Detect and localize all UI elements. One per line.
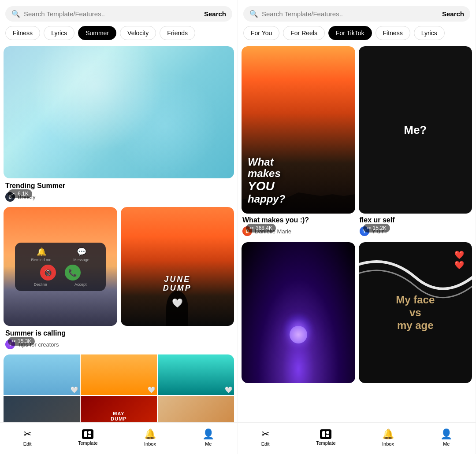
left-panel: 🔍 Search Fitness Lyrics Summer Velocity … (0, 0, 238, 454)
card-what-makes-you[interactable]: WhatmakesYOUhappy? ✂368.4K What makes yo… (242, 46, 355, 237)
left-content: ✂6.1K Trending Summer B Breezy (0, 44, 238, 422)
nav-edit-right[interactable]: ✂ Edit (261, 428, 270, 447)
left-search-button[interactable]: Search (204, 10, 226, 18)
use-count-flex-ur-self: ✂15.2K (363, 224, 390, 233)
nav-label-inbox-left: Inbox (144, 441, 156, 447)
use-count-summer-calling: ✂15.3K (8, 337, 35, 346)
june-dump-text: JUNEDUMP (163, 275, 192, 293)
svg-rect-2 (88, 435, 91, 437)
may-dump-text-overlay: MAYDUMP (111, 411, 126, 421)
right-search-button[interactable]: Search (442, 10, 464, 18)
tab-for-tiktok-right[interactable]: For TikTok (328, 26, 372, 40)
bell-icon-left: 🔔 (144, 428, 156, 440)
tab-velocity-left[interactable]: Velocity (120, 26, 156, 40)
nav-label-template-left: Template (78, 440, 98, 446)
tab-lyrics-right[interactable]: Lyrics (414, 26, 445, 40)
bottom-row-right: ❤️❤️ My facevsmy age (242, 242, 472, 383)
collage-cell-4 (4, 396, 80, 422)
card-title-what-makes-you: What makes you :)? (242, 216, 354, 224)
svg-rect-3 (322, 431, 325, 437)
search-icon: 🔍 (11, 10, 20, 18)
hearts-overlay: ❤️❤️ (454, 250, 464, 271)
use-count-trending-summer: ✂6.1K (8, 189, 32, 198)
nav-label-me-right: Me (443, 441, 450, 447)
what-makes-you-text: WhatmakesYOUhappy? (248, 156, 285, 205)
nav-template-left[interactable]: Template (78, 429, 98, 446)
svg-rect-0 (84, 431, 87, 437)
left-search-bar: 🔍 Search (5, 6, 232, 22)
nav-me-left[interactable]: 👤 Me (202, 428, 214, 447)
nav-label-edit-right: Edit (261, 441, 270, 447)
card-my-face[interactable]: ❤️❤️ My facevsmy age (359, 242, 472, 383)
card-title-summer-calling: Summer is calling (5, 329, 115, 337)
use-count-what-makes-you: ✂368.4K (246, 224, 276, 233)
collage-cell-3: 🤍 (158, 354, 234, 395)
template-icon-right (320, 429, 331, 439)
top-row-right: WhatmakesYOUhappy? ✂368.4K What makes yo… (242, 46, 472, 237)
tab-fitness-right[interactable]: Fitness (376, 26, 410, 40)
tab-summer-left[interactable]: Summer (78, 26, 116, 40)
left-tabs-row: Fitness Lyrics Summer Velocity Friends (0, 26, 238, 44)
me-text: Me? (404, 123, 427, 137)
search-icon-right: 🔍 (249, 10, 258, 18)
nav-template-right[interactable]: Template (316, 429, 336, 446)
svg-rect-5 (326, 435, 329, 437)
bell-icon-right: 🔔 (382, 428, 394, 440)
tab-for-reels-right[interactable]: For Reels (283, 26, 325, 40)
left-bottom-nav: ✂ Edit Template 🔔 Inbox 👤 Me (0, 422, 238, 454)
nav-me-right[interactable]: 👤 Me (440, 428, 452, 447)
template-icon-left (82, 429, 93, 439)
nav-edit-left[interactable]: ✂ Edit (23, 428, 32, 447)
right-search-bar: 🔍 Search (243, 6, 470, 22)
card-title-trending-summer: Trending Summer (5, 182, 232, 190)
right-bottom-nav: ✂ Edit Template 🔔 Inbox 👤 Me (238, 422, 476, 454)
right-search-input[interactable] (262, 10, 439, 18)
card-info-trending-summer: Trending Summer B Breezy (4, 178, 234, 203)
svg-rect-1 (88, 431, 91, 434)
tab-fitness-left[interactable]: Fitness (5, 26, 40, 40)
nav-label-template-right: Template (316, 440, 336, 446)
card-author-trending-summer: B Breezy (5, 192, 232, 202)
tab-lyrics-left[interactable]: Lyrics (44, 26, 74, 40)
right-panel: 🔍 Search For You For Reels For TikTok Fi… (238, 0, 476, 454)
card-flex-ur-self[interactable]: Me? ✂15.2K flex ur self Y Y u r i (359, 46, 472, 237)
right-tabs-row: For You For Reels For TikTok Fitness Lyr… (238, 26, 476, 44)
person-icon-right: 👤 (440, 428, 452, 440)
collage-grid: 🤍 🤍 🤍 MAYDUMP (4, 354, 234, 422)
collage-cell-2: 🤍 (81, 354, 157, 395)
card-may-dump-collage[interactable]: 🤍 🤍 🤍 MAYDUMP (4, 354, 234, 422)
card-title-flex-ur-self: flex ur self (360, 216, 472, 224)
svg-rect-4 (326, 431, 329, 434)
scissors-icon-left: ✂ (23, 428, 31, 440)
tab-friends-left[interactable]: Friends (160, 26, 195, 40)
card-trending-summer[interactable]: ✂6.1K Trending Summer B Breezy (4, 46, 234, 203)
collage-cell-1: 🤍 (4, 354, 80, 395)
card-june-dump[interactable]: JUNEDUMP 🤍 (121, 207, 234, 350)
nav-label-me-left: Me (205, 441, 212, 447)
two-col-row: 🔔 Remind me 💬 Message 📵 📞 (4, 207, 234, 350)
left-search-input[interactable] (24, 10, 201, 18)
nav-label-edit-left: Edit (23, 441, 32, 447)
tab-for-you-right[interactable]: For You (243, 26, 279, 40)
card-dark-bokeh[interactable] (242, 242, 355, 383)
nav-label-inbox-right: Inbox (382, 441, 394, 447)
collage-cell-6 (158, 396, 234, 422)
nav-inbox-left[interactable]: 🔔 Inbox (144, 428, 156, 447)
card-summer-calling[interactable]: 🔔 Remind me 💬 Message 📵 📞 (4, 207, 117, 350)
person-icon-left: 👤 (202, 428, 214, 440)
nav-inbox-right[interactable]: 🔔 Inbox (382, 428, 394, 447)
collage-cell-5: MAYDUMP (81, 396, 157, 422)
right-content: WhatmakesYOUhappy? ✂368.4K What makes yo… (238, 44, 476, 422)
my-face-text: My facevsmy age (364, 294, 466, 332)
scissors-icon-right: ✂ (261, 428, 269, 440)
